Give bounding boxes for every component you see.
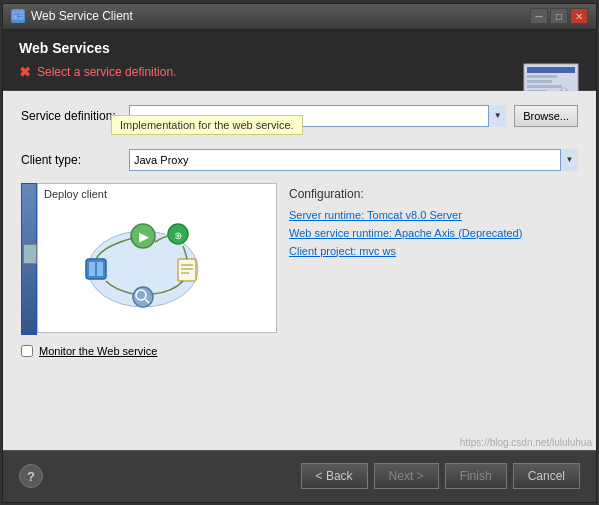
client-type-row: Client type: Java Proxy ▼ — [21, 149, 578, 171]
monitor-checkbox[interactable] — [21, 345, 33, 357]
monitor-label: Monitor the Web service — [39, 345, 157, 357]
header-section: Web Services ✖ Select a service definiti… — [3, 30, 596, 91]
server-runtime-link[interactable]: Server runtime: Tomcat v8.0 Server — [289, 209, 578, 221]
config-title: Configuration: — [289, 187, 578, 201]
deploy-diagram: ▶ — [38, 204, 238, 314]
error-text: Select a service definition. — [37, 65, 176, 79]
error-row: ✖ Select a service definition. — [19, 64, 580, 80]
deploy-title: Deploy client — [38, 184, 276, 204]
svg-text:▶: ▶ — [139, 230, 149, 244]
svg-rect-2 — [14, 15, 17, 18]
cancel-button[interactable]: Cancel — [513, 463, 580, 489]
browse-button[interactable]: Browse... — [514, 105, 578, 127]
svg-rect-9 — [527, 85, 562, 88]
watermark: https://blog.csdn.net/lululuhua — [460, 437, 592, 448]
footer-left: ? — [19, 464, 43, 488]
svg-rect-20 — [89, 262, 95, 276]
title-bar-left: Web Service Client — [11, 9, 133, 23]
deploy-panel-wrap: Deploy client ▶ — [21, 183, 277, 335]
svg-rect-3 — [19, 15, 22, 16]
footer: ? < Back Next > Finish Cancel — [3, 450, 596, 502]
svg-rect-25 — [178, 259, 196, 281]
web-service-runtime-link[interactable]: Web service runtime: Apache Axis (Deprec… — [289, 227, 578, 239]
svg-rect-21 — [97, 262, 103, 276]
footer-right: < Back Next > Finish Cancel — [301, 463, 580, 489]
maximize-button[interactable]: □ — [550, 8, 568, 24]
monitor-row: Monitor the Web service — [21, 345, 578, 357]
title-buttons: ─ □ ✕ — [530, 8, 588, 24]
service-tooltip: Implementation for the web service. — [111, 115, 303, 135]
next-button[interactable]: Next > — [374, 463, 439, 489]
client-type-combo-wrap: Java Proxy ▼ — [129, 149, 578, 171]
deploy-panel: Deploy client ▶ — [37, 183, 277, 333]
slider-thumb[interactable] — [23, 244, 37, 264]
window-icon — [11, 9, 25, 23]
error-icon: ✖ — [19, 64, 31, 80]
svg-rect-7 — [527, 75, 557, 78]
service-definition-label: Service definition: — [21, 109, 121, 123]
title-bar: Web Service Client ─ □ ✕ — [3, 4, 596, 30]
client-project-link[interactable]: Client project: mvc ws — [289, 245, 578, 257]
main-window: Web Service Client ─ □ ✕ Web Services ✖ … — [2, 3, 597, 503]
header-title: Web Services — [19, 40, 580, 56]
svg-rect-8 — [527, 80, 552, 83]
client-type-dropdown-arrow[interactable]: ▼ — [560, 149, 578, 171]
back-button[interactable]: < Back — [301, 463, 368, 489]
close-button[interactable]: ✕ — [570, 8, 588, 24]
finish-button[interactable]: Finish — [445, 463, 507, 489]
content-area: Service definition: ▼ Browse... Implemen… — [3, 91, 596, 450]
config-panel: Configuration: Server runtime: Tomcat v8… — [289, 183, 578, 335]
title-text: Web Service Client — [31, 9, 133, 23]
svg-rect-6 — [527, 67, 575, 73]
main-area: Deploy client ▶ — [21, 183, 578, 335]
service-definition-dropdown-arrow[interactable]: ▼ — [488, 105, 506, 127]
slider-bar — [21, 183, 37, 335]
client-type-label: Client type: — [21, 153, 121, 167]
svg-rect-4 — [19, 17, 22, 18]
help-button[interactable]: ? — [19, 464, 43, 488]
client-type-select[interactable]: Java Proxy — [129, 149, 578, 171]
minimize-button[interactable]: ─ — [530, 8, 548, 24]
